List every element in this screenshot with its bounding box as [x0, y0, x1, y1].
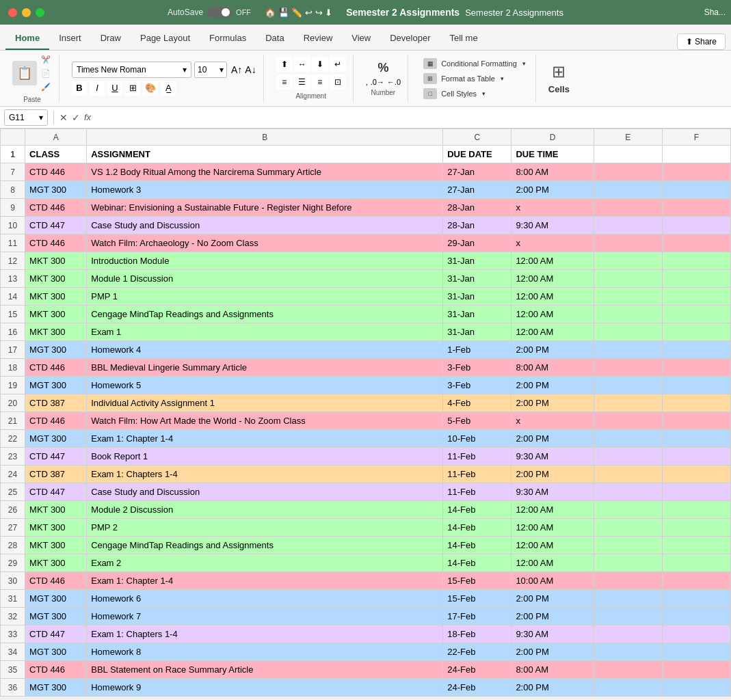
cell-due-date[interactable]: 31-Jan	[443, 288, 511, 306]
cell-e[interactable]	[594, 288, 662, 306]
cell-e[interactable]	[594, 252, 662, 270]
row-header[interactable]: 16	[1, 323, 25, 341]
cell-e[interactable]	[594, 519, 662, 537]
cell-assignment[interactable]: PMP 2	[87, 519, 443, 537]
cell-assignment[interactable]: BBL Medieval Lingerie Summary Article	[87, 359, 443, 377]
cell-due-time[interactable]: 12:00 AM	[511, 323, 594, 341]
cell-assignment[interactable]: Module 2 Discussion	[87, 501, 443, 519]
cell-class[interactable]: CTD 447	[25, 217, 87, 234]
cell-f[interactable]	[662, 412, 730, 430]
cell-e[interactable]	[594, 270, 662, 288]
cell-assignment[interactable]: Homework 5	[87, 377, 443, 394]
formula-input[interactable]	[95, 112, 727, 122]
cell-assignment[interactable]: Homework 3	[87, 181, 443, 199]
cell-class[interactable]: CTD 447	[25, 625, 87, 643]
row-header[interactable]: 33	[1, 625, 25, 643]
row-header[interactable]: 26	[1, 501, 25, 519]
formula-cancel-button[interactable]: ✕	[59, 112, 68, 123]
cut-icon[interactable]: ✂️	[40, 53, 52, 66]
cell-class[interactable]: MKT 300	[25, 288, 87, 306]
cell-assignment[interactable]: Case Study and Discussion	[87, 217, 443, 234]
cell-class[interactable]: MGT 300	[25, 679, 87, 697]
italic-button[interactable]: I	[90, 81, 105, 96]
align-middle-button[interactable]: ↔	[294, 57, 310, 72]
cell-class[interactable]: CTD 446	[25, 412, 87, 430]
cell-due-time[interactable]: 2:00 PM	[511, 181, 594, 199]
row-header[interactable]: 23	[1, 448, 25, 466]
cell-class[interactable]: MKT 300	[25, 554, 87, 572]
cell-e[interactable]	[594, 501, 662, 519]
row-header[interactable]: 15	[1, 306, 25, 323]
cell-due-time[interactable]: 9:30 AM	[511, 625, 594, 643]
cell-e[interactable]	[594, 394, 662, 412]
tab-page-layout[interactable]: Page Layout	[131, 27, 200, 50]
cell-class[interactable]: MGT 300	[25, 181, 87, 199]
close-button[interactable]	[8, 8, 17, 17]
cell-due-time[interactable]: 8:00 AM	[511, 163, 594, 181]
cell-due-date[interactable]: 27-Jan	[443, 181, 511, 199]
cell-f[interactable]	[662, 288, 730, 306]
cell-assignment[interactable]: Exam 1: Chapter 1-4	[87, 430, 443, 448]
cell-due-date[interactable]: 10-Feb	[443, 430, 511, 448]
row-header[interactable]: 34	[1, 643, 25, 661]
cell-assignment[interactable]: Exam 1: Chapter 1-4	[87, 572, 443, 590]
cell-due-date[interactable]: 31-Jan	[443, 323, 511, 341]
cell-f[interactable]	[662, 181, 730, 199]
cell-due-time[interactable]: 12:00 AM	[511, 252, 594, 270]
row-header[interactable]: 17	[1, 341, 25, 359]
tab-home[interactable]: Home	[5, 27, 49, 50]
cell-due-time[interactable]: 2:00 PM	[511, 341, 594, 359]
row-header[interactable]: 20	[1, 394, 25, 412]
cell-e[interactable]	[594, 554, 662, 572]
autosave-toggle[interactable]	[207, 7, 232, 18]
cell-f[interactable]	[662, 679, 730, 697]
cell-due-date[interactable]: 24-Feb	[443, 661, 511, 679]
font-grow-icon[interactable]: A↑	[231, 64, 242, 75]
cell-class[interactable]: MKT 300	[25, 306, 87, 323]
share-button[interactable]: ⬆ Share	[677, 33, 726, 50]
cell-class[interactable]: MKT 300	[25, 519, 87, 537]
cell-due-date[interactable]: 17-Feb	[443, 608, 511, 625]
cell-class[interactable]: CTD 446	[25, 234, 87, 252]
fill-color-button[interactable]: 🎨	[143, 81, 158, 96]
tab-tell-me[interactable]: Tell me	[440, 27, 488, 50]
row-header[interactable]: 8	[1, 181, 25, 199]
copy-icon[interactable]: 📄	[40, 67, 52, 79]
cell-f[interactable]	[662, 448, 730, 466]
cell-assignment[interactable]: Homework 9	[87, 679, 443, 697]
format-as-table-button[interactable]: ⊞ Format as Table ▾	[421, 72, 529, 85]
formula-confirm-button[interactable]: ✓	[72, 112, 80, 123]
format-painter-icon[interactable]: 🖌️	[40, 81, 52, 93]
cell-due-date[interactable]: 31-Jan	[443, 252, 511, 270]
cell-due-time[interactable]: 2:00 PM	[511, 466, 594, 483]
cell-e[interactable]	[594, 448, 662, 466]
cell-f[interactable]	[662, 537, 730, 554]
cell-class[interactable]: CTD 387	[25, 394, 87, 412]
tab-data[interactable]: Data	[256, 27, 293, 50]
cell-f[interactable]	[662, 323, 730, 341]
cell-class[interactable]: CTD 446	[25, 572, 87, 590]
cell-class[interactable]: MKT 300	[25, 323, 87, 341]
cell-class[interactable]: CTD 447	[25, 448, 87, 466]
align-left-button[interactable]: ≡	[276, 75, 293, 90]
cell-e[interactable]	[594, 661, 662, 679]
cell-due-date[interactable]: 11-Feb	[443, 483, 511, 501]
cell-due-date[interactable]: 15-Feb	[443, 572, 511, 590]
cell-due-time[interactable]: 9:30 AM	[511, 483, 594, 501]
cell-due-date[interactable]: 1-Feb	[443, 341, 511, 359]
cell-due-date[interactable]: 28-Jan	[443, 199, 511, 217]
cell-class[interactable]: MKT 300	[25, 252, 87, 270]
cell-due-time[interactable]: 2:00 PM	[511, 394, 594, 412]
cell-due-date[interactable]: 29-Jan	[443, 234, 511, 252]
cell-e[interactable]	[594, 359, 662, 377]
cell-due-time[interactable]: 12:00 AM	[511, 554, 594, 572]
row-header[interactable]: 25	[1, 483, 25, 501]
cell-class[interactable]: MGT 300	[25, 643, 87, 661]
cell-due-date[interactable]: 18-Feb	[443, 625, 511, 643]
cell-assignment[interactable]: Homework 4	[87, 341, 443, 359]
cell-due-time[interactable]: 8:00 AM	[511, 661, 594, 679]
cell-e[interactable]	[594, 608, 662, 625]
row-header[interactable]: 32	[1, 608, 25, 625]
cell-due-time[interactable]: x	[511, 412, 594, 430]
cell-f[interactable]	[662, 377, 730, 394]
